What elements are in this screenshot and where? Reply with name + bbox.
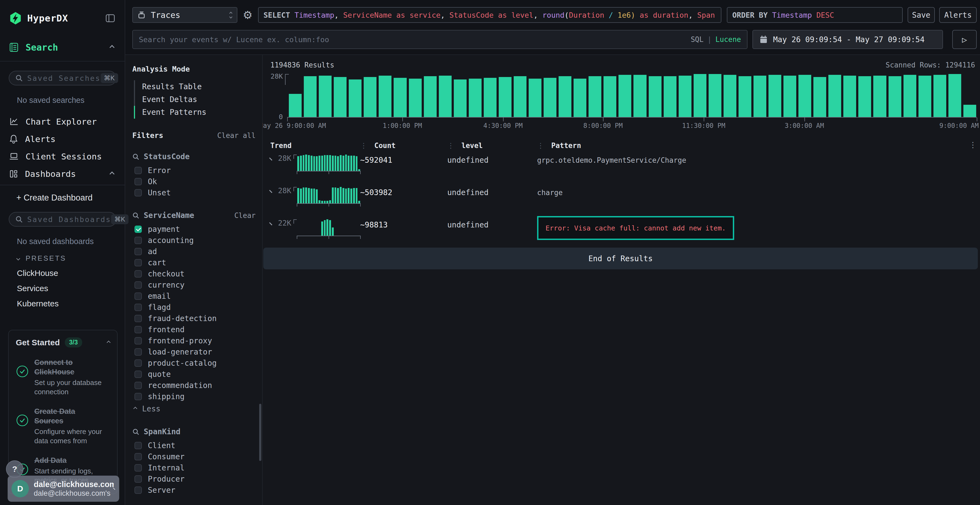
filter-option-shipping[interactable]: shipping [132,391,256,402]
checkbox[interactable] [134,292,142,300]
analysis-mode-results-table[interactable]: Results Table [134,80,256,93]
sql-toggle[interactable]: SQL [690,35,703,43]
filter-option-fraud-detection[interactable]: fraud-detection [132,313,256,324]
column-header-count[interactable]: ⋮Count [360,141,447,150]
sidebar-item-dashboards[interactable]: Dashboards [0,165,125,183]
checkbox[interactable] [134,348,142,356]
source-settings-button[interactable]: ⚙ [237,7,258,23]
filter-option-quote[interactable]: quote [132,369,256,380]
checkbox[interactable] [134,189,142,197]
time-range-picker[interactable]: May 26 09:09:54 - May 27 09:09:54 [752,30,943,49]
checkbox[interactable] [134,382,142,389]
column-header-trend[interactable]: Trend [270,141,360,150]
row-expander-icon[interactable] [269,157,272,160]
filter-option-currency[interactable]: currency [132,279,256,291]
filter-option-ok[interactable]: Ok [132,176,256,187]
row-expander-icon[interactable] [269,190,272,193]
preset-services[interactable]: Services [17,284,125,293]
lucene-toggle[interactable]: Lucene [715,35,741,43]
sidebar-item-alerts[interactable]: Alerts [0,130,125,148]
column-grip-icon[interactable]: ⋮ [360,141,367,150]
checkbox[interactable] [134,270,142,278]
column-grip-icon[interactable]: ⋮ [537,141,544,150]
run-query-button[interactable]: ▷ [952,30,977,49]
sidebar-item-chart-explorer[interactable]: Chart Explorer [0,113,125,130]
help-button[interactable]: ? [6,461,24,478]
analysis-mode-event-deltas[interactable]: Event Deltas [134,93,256,106]
checkbox[interactable] [134,178,142,185]
checkbox[interactable] [134,442,142,449]
filter-option-internal[interactable]: Internal [132,462,256,473]
filter-option-accounting[interactable]: accounting [132,235,256,246]
get-started-item[interactable]: Connect to ClickHouse Set up your databa… [16,358,110,397]
saved-searches-input[interactable]: Saved Searches ⌘K [9,71,116,86]
checkbox[interactable] [134,304,142,311]
checkbox[interactable] [134,475,142,483]
checkbox[interactable] [134,259,142,266]
filter-option-cart[interactable]: cart [132,257,256,268]
checkbox[interactable] [134,393,142,400]
filter-option-checkout[interactable]: checkout [132,268,256,279]
filter-option-producer[interactable]: Producer [132,473,256,484]
create-dashboard-button[interactable]: + Create Dashboard [16,193,125,203]
checkbox[interactable] [134,337,142,345]
pattern-row[interactable]: 28K~592041undefinedgrpc.oteldemo.Payment… [270,154,977,182]
filter-option-frontend[interactable]: frontend [132,324,256,335]
checkbox[interactable] [134,248,142,255]
filter-option-consumer[interactable]: Consumer [132,451,256,462]
preset-kubernetes[interactable]: Kubernetes [17,299,125,308]
user-menu[interactable]: D dale@clickhouse.com dale@clickhouse.co… [8,476,119,502]
alerts-button[interactable]: Alerts [939,7,977,23]
checkbox[interactable] [134,359,142,367]
filter-option-unset[interactable]: Unset [132,187,256,199]
filter-option-ad[interactable]: ad [132,246,256,257]
filter-option-product-catalog[interactable]: product-catalog [132,357,256,369]
checkbox[interactable] [134,371,142,378]
select-clause-input[interactable]: SELECT Timestamp, ServiceName as service… [258,7,721,23]
checkbox[interactable] [134,464,142,472]
sidebar-item-search[interactable]: Search [0,39,125,56]
clear-all-filters-button[interactable]: Clear all [217,132,256,140]
sidebar-item-client-sessions[interactable]: Client Sessions [0,148,125,165]
chevron-up-icon[interactable] [107,340,111,344]
filter-option-flagd[interactable]: flagd [132,302,256,313]
save-button[interactable]: Save [908,7,935,23]
presets-toggle[interactable]: PRESETS [17,254,125,262]
checkbox[interactable] [134,237,142,244]
column-grip-icon[interactable]: ⋮ [447,141,454,150]
query-language-toggle[interactable]: SQL | Lucene [690,35,741,43]
column-header-pattern[interactable]: ⋮Pattern [537,141,977,150]
filter-option-server[interactable]: Server [132,484,256,496]
checkbox[interactable] [134,326,142,333]
analysis-mode-event-patterns[interactable]: Event Patterns [134,106,256,119]
checkbox[interactable] [134,486,142,494]
checkbox[interactable] [134,226,142,233]
data-source-select[interactable]: Traces [132,7,237,23]
filter-option-email[interactable]: email [132,291,256,302]
checkbox[interactable] [134,315,142,322]
search-input[interactable] [139,35,690,44]
filter-option-recommendation[interactable]: recommendation [132,380,256,391]
table-menu-icon[interactable]: ⋮ [969,140,977,149]
checkbox[interactable] [134,281,142,289]
checkbox[interactable] [134,167,142,174]
preset-clickhouse[interactable]: ClickHouse [17,268,125,278]
column-header-level[interactable]: ⋮level [447,141,537,150]
pattern-row[interactable]: 22K~98813undefinedError: Visa cache full… [270,218,977,247]
filter-option-payment[interactable]: payment [132,224,256,235]
event-search-bar[interactable]: SQL | Lucene [132,30,748,49]
order-by-input[interactable]: ORDER BY Timestamp DESC [727,7,903,23]
saved-dashboards-input[interactable]: Saved Dashboards ⌘K [9,212,116,227]
filter-option-frontend-proxy[interactable]: frontend-proxy [132,335,256,346]
filter-option-load-generator[interactable]: load-generator [132,346,256,357]
checkbox[interactable] [134,453,142,461]
show-less-toggle[interactable]: Less [132,403,256,414]
filter-option-client[interactable]: Client [132,440,256,451]
filter-group-clear-button[interactable]: Clear [234,211,256,219]
filters-scrollbar[interactable] [259,404,261,461]
results-histogram-bars[interactable] [289,74,976,117]
pattern-row[interactable]: 28K~503982undefinedcharge [270,186,977,214]
row-expander-icon[interactable] [269,222,272,225]
filter-option-error[interactable]: Error [132,165,256,176]
get-started-item[interactable]: Create Data Sources Configure where your… [16,407,110,445]
